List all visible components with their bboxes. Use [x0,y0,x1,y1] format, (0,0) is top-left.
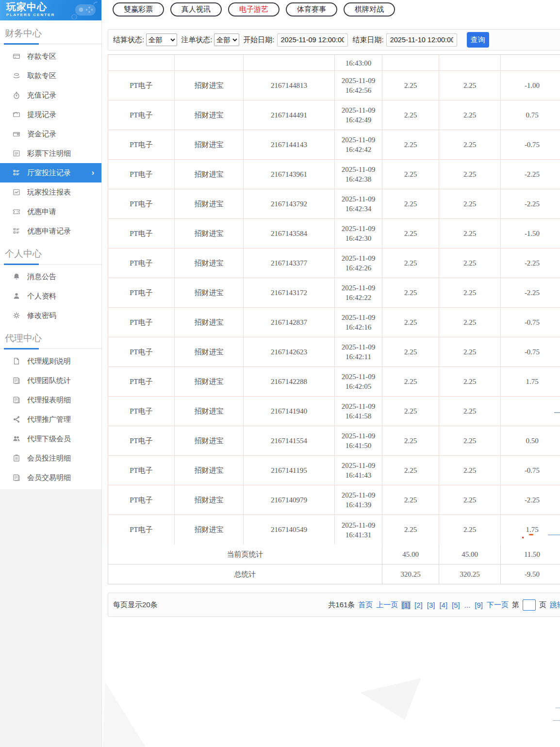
cell-time: 16:41:50 [335,441,382,450]
tab-board-games[interactable]: 棋牌对战 [344,2,395,17]
sidebar: 玩家中心 PLAYERS CENTER 财务中心 存款专区 › [0,0,102,747]
table-row: PT电子 招财进宝 2167143584 2025-11-09 16:42:30… [108,219,560,249]
sidebar-item-deposit-zone[interactable]: 存款专区 › [0,47,101,66]
cell-bet: 2.25 [382,189,439,219]
cell-order-no: 2167141195 [244,456,335,485]
cell-valid-bet: 2.25 [439,485,501,515]
cell-valid-bet: 2.25 [439,367,501,397]
sidebar-item-lottery-bet-details[interactable]: 彩票下注明细 › [0,144,101,163]
sidebar-item-hall-bet-records[interactable]: 厅室投注记录 › [0,163,101,183]
cell-time: 16:42:49 [335,115,382,125]
purse-icon [13,130,20,138]
sidebar-item-withdraw-records[interactable]: 提现记录 › [0,105,101,124]
sidebar-item-agent-team-stats[interactable]: 代理团队统计 › [0,371,101,390]
table-row: PT电子 招财进宝 2167140549 2025-11-09 16:41:31… [108,515,560,545]
jump-page-input[interactable] [523,599,536,611]
tab-sports[interactable]: 体育赛事 [286,2,337,17]
cell-bet: 2.25 [382,485,439,515]
cell-time: 16:42:22 [335,293,382,302]
query-button[interactable]: 查询 [467,32,489,48]
cell-hall: PT电子 [108,308,175,337]
cell-hall: PT电子 [108,426,175,456]
sidebar-item-agent-sub-members[interactable]: 代理下级会员 › [0,429,101,448]
cell-time: 16:43:00 [335,55,382,71]
sidebar-item-member-bet-details[interactable]: 会员投注明细 › [0,448,101,468]
cell-valid-bet: 2.25 [439,337,501,367]
page-ellipsis[interactable]: ... [464,601,471,609]
cell-time: 16:42:30 [335,233,382,243]
sidebar-item-promo-apply-records[interactable]: 优惠申请记录 › [0,221,101,241]
tab-live-casino[interactable]: 真人视讯 [170,2,222,17]
cell-valid-bet: 2.25 [439,397,501,426]
sidebar-item-promo-apply[interactable]: 优惠申请 › [0,202,101,221]
summary-label: 总统计 [108,564,382,584]
cell-game: 招财进宝 [175,130,244,160]
report-icon [13,396,20,404]
page-icon [13,357,20,365]
cell-time: 16:42:05 [335,382,382,391]
cell-date: 2025-11-09 [335,372,382,382]
edge-line-artifact [556,708,560,708]
summary-label: 当前页统计 [108,545,382,564]
sidebar-item-messages[interactable]: 消息公告 › [0,267,101,286]
summary-row: 总统计 320.25 320.25 -9.50 [108,564,560,584]
sidebar-item-recharge-records[interactable]: 充值记录 › [0,85,101,105]
cell-valid-bet: 2.25 [439,219,501,249]
sidebar-item-member-trade-details[interactable]: 会员交易明细 › [0,468,101,487]
gamepad-icon [69,1,99,19]
page-5[interactable]: [5] [451,601,461,609]
edge-line-artifact [553,720,560,721]
cell-result: 0.50 [501,426,560,456]
sidebar-item-agent-report-details[interactable]: 代理报表明细 › [0,390,101,410]
table-row: PT电子 招财进宝 2167140979 2025-11-09 16:41:39… [108,485,560,515]
sidebar-item-change-password[interactable]: 修改密码 › [0,306,101,325]
cell-bet: 2.25 [382,249,439,278]
sidebar-item-label: 代理报表明细 [27,396,71,405]
cell-bet: 2.25 [382,456,439,485]
settle-status-select[interactable]: 全部 [146,33,177,46]
cell-hall: PT电子 [108,456,175,485]
order-status-select[interactable]: 全部 [214,33,239,46]
summary-row: 当前页统计 45.00 45.00 11.50 [108,545,560,564]
jump-button[interactable]: 跳转 [550,600,560,610]
sidebar-item-withdraw-zone[interactable]: 取款专区 › [0,66,101,85]
cell-result: -0.75 [501,130,560,160]
page-9[interactable]: [9] [474,601,483,609]
prev-page-link[interactable]: 上一页 [376,600,398,610]
page-1[interactable]: [1] [401,601,411,609]
page-3[interactable]: [3] [427,601,436,609]
cell-game: 招财进宝 [175,337,244,367]
page-4[interactable]: [4] [439,601,448,609]
tab-slots[interactable]: 电子游艺 [228,2,280,17]
game-category-tabs: 雙赢彩票 真人视讯 电子游艺 体育赛事 棋牌对战 [102,0,560,17]
tab-lottery[interactable]: 雙赢彩票 [113,2,164,17]
cell-bet: 2.25 [382,130,439,160]
cell-valid-bet: 2.25 [439,160,501,189]
tab-label: 棋牌对战 [355,5,384,14]
cell-date: 2025-11-09 [335,253,382,263]
cell-date: 2025-11-09 [335,431,382,441]
cell-bet: 2.25 [382,100,439,130]
next-page-link[interactable]: 下一页 [487,600,509,610]
sidebar-item-profile[interactable]: 个人资料 › [0,286,101,306]
sidebar-item-agent-rules[interactable]: 代理规则说明 › [0,351,101,371]
sidebar-item-funds-records[interactable]: 资金记录 › [0,124,101,144]
sidebar-item-label: 优惠申请记录 [27,227,71,236]
first-page-link[interactable]: 首页 [358,600,373,610]
cell-valid-bet [439,55,501,71]
table-row: PT电子 招财进宝 2167141554 2025-11-09 16:41:50… [108,426,560,456]
start-date-input[interactable] [277,33,348,47]
cell-order-no: 2167141940 [244,397,335,426]
sidebar-item-agent-promotion[interactable]: 代理推广管理 › [0,410,101,429]
cell-date: 2025-11-09 [335,283,382,293]
cell-result [501,397,560,426]
cell-game: 招财进宝 [175,397,244,426]
sidebar-item-label: 个人资料 [27,292,56,301]
page-2[interactable]: [2] [414,601,423,609]
cell-game: 招财进宝 [175,278,244,308]
hand-coin-icon [13,72,20,80]
cell-order-no: 2167143172 [244,278,335,308]
sidebar-item-player-bet-report[interactable]: 玩家投注报表 › [0,183,101,202]
cell-hall [108,55,175,71]
end-date-input[interactable] [386,33,457,47]
